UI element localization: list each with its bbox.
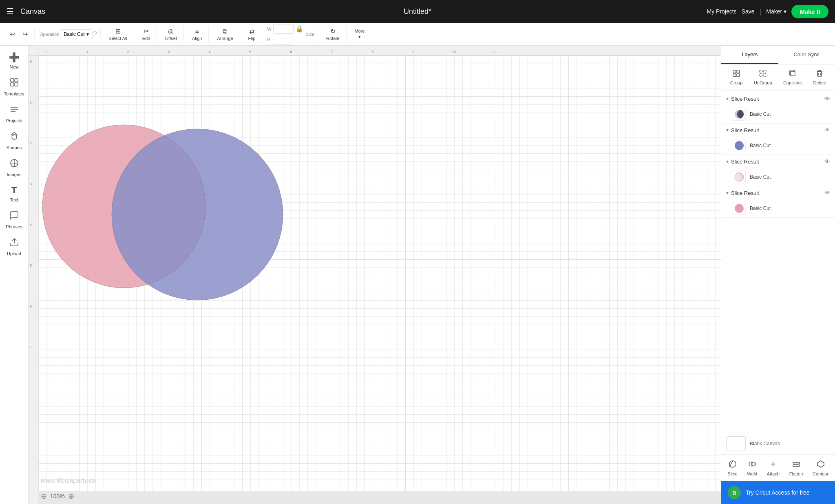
ruler-h-tick-3: 3 xyxy=(168,50,170,54)
hamburger-menu[interactable]: ☰ xyxy=(7,7,14,16)
zoom-controls: ⊖ 100% ⊕ xyxy=(41,492,74,501)
flip-label: Flip xyxy=(248,36,256,41)
svg-rect-16 xyxy=(733,74,736,77)
projects-icon xyxy=(9,104,19,117)
help-icon[interactable]: ? xyxy=(93,31,97,38)
group-icon xyxy=(732,69,740,80)
maker-selector[interactable]: Maker ▾ xyxy=(766,8,786,15)
eye-icon-2[interactable]: 👁 xyxy=(824,158,830,165)
zoom-out-button[interactable]: ⊖ xyxy=(41,492,47,501)
sidebar-item-phrases[interactable]: Phrases xyxy=(2,207,27,232)
rotate-label: Rotate xyxy=(326,36,339,41)
chevron-down-icon: ▾ xyxy=(358,34,361,40)
sidebar-phrases-label: Phrases xyxy=(6,224,22,229)
sidebar-item-text[interactable]: T Text xyxy=(2,182,27,206)
canvas-area[interactable]: 0 1 2 3 4 5 6 7 8 9 10 11 0 1 2 3 4 5 6 … xyxy=(29,46,721,504)
more-button[interactable]: More ▾ xyxy=(351,27,368,41)
layer-item-0[interactable]: Basic Cut xyxy=(721,105,835,123)
make-it-button[interactable]: Make It xyxy=(791,5,828,18)
document-title: Untitled* xyxy=(404,7,431,16)
delete-button[interactable]: Delete xyxy=(810,68,829,87)
slice-group-0: ▾ Slice Result 👁 Basic Cut xyxy=(721,92,835,124)
ruler-h-tick-7: 7 xyxy=(331,50,333,54)
arrange-icon: ⧉ xyxy=(223,28,227,35)
layer-item-3[interactable]: Basic Cut xyxy=(721,199,835,217)
rotate-button[interactable]: ↻ Rotate xyxy=(323,26,342,42)
svg-rect-23 xyxy=(817,71,822,76)
group-button[interactable]: Group xyxy=(727,68,746,87)
duplicate-button[interactable]: Duplicate xyxy=(780,68,805,87)
templates-icon xyxy=(9,77,19,90)
sidebar-images-label: Images xyxy=(7,172,21,177)
duplicate-label: Duplicate xyxy=(783,80,802,85)
sidebar-item-shapes[interactable]: Shapes xyxy=(2,128,27,153)
images-icon xyxy=(9,158,19,170)
weld-button[interactable]: Weld xyxy=(744,458,760,478)
my-projects-link[interactable]: My Projects xyxy=(707,8,737,15)
redo-button[interactable]: ↪ xyxy=(19,29,31,40)
flip-icon: ⇄ xyxy=(249,27,254,35)
chevron-icon-0: ▾ xyxy=(726,96,729,102)
ruler-v-tick-6: 6 xyxy=(30,304,32,308)
sidebar-text-label: Text xyxy=(10,197,18,202)
ruler-v-tick-7: 7 xyxy=(30,345,32,349)
ungroup-button[interactable]: UnGroup xyxy=(751,68,775,87)
edit-button[interactable]: ✂ Edit xyxy=(139,26,153,42)
sidebar-item-upload[interactable]: Upload xyxy=(2,234,27,259)
arrange-button[interactable]: ⧉ Arrange xyxy=(214,26,236,42)
eye-icon-0[interactable]: 👁 xyxy=(824,95,830,102)
slice-header-0[interactable]: ▾ Slice Result 👁 xyxy=(721,92,835,105)
slice-icon xyxy=(728,460,737,471)
sidebar-item-templates[interactable]: Templates xyxy=(2,74,27,99)
ruler-h-tick-0: 0 xyxy=(45,50,47,54)
ruler-horizontal: 0 1 2 3 4 5 6 7 8 9 10 11 xyxy=(38,46,721,55)
ruler-v-tick-1: 1 xyxy=(30,100,32,104)
attach-button[interactable]: Attach xyxy=(764,458,782,478)
layer-item-1[interactable]: Basic Cut xyxy=(721,137,835,155)
operation-select[interactable]: Basic Cut ▾ xyxy=(60,29,92,39)
ungroup-label: UnGroup xyxy=(754,80,772,85)
sidebar-templates-label: Templates xyxy=(4,91,24,96)
ruler-vertical: 0 1 2 3 4 5 6 7 xyxy=(29,55,38,504)
sidebar-projects-label: Projects xyxy=(6,118,22,123)
lock-icon: 🔒 xyxy=(295,25,303,33)
width-input[interactable] xyxy=(273,24,294,34)
save-button[interactable]: Save xyxy=(742,8,755,15)
tab-layers[interactable]: Layers xyxy=(721,46,778,64)
eye-icon-3[interactable]: 👁 xyxy=(824,190,830,196)
undo-button[interactable]: ↩ xyxy=(7,29,18,40)
align-button[interactable]: ≡ Align xyxy=(189,26,205,42)
canvas-label: Canvas xyxy=(20,7,45,16)
height-input[interactable] xyxy=(272,35,292,44)
contour-button[interactable]: Contour xyxy=(810,458,831,478)
ruler-h-tick-4: 4 xyxy=(208,50,210,54)
blank-canvas-label: Blank Canvas xyxy=(750,441,780,447)
select-all-button[interactable]: ⊞ Select All xyxy=(106,26,130,42)
watermark: www.lifeisaparty.ca xyxy=(41,477,96,484)
panel-tabs: Layers Color Sync xyxy=(721,46,835,64)
sidebar-item-projects[interactable]: Projects xyxy=(2,101,27,126)
sidebar-item-new[interactable]: ➕ New xyxy=(2,49,27,73)
offset-label: Offset xyxy=(165,36,177,41)
tab-color-sync[interactable]: Color Sync xyxy=(778,46,835,64)
slice-header-2[interactable]: ▾ Slice Result 👁 xyxy=(721,155,835,168)
undo-icon: ↩ xyxy=(10,30,15,38)
slice-header-1[interactable]: ▾ Slice Result 👁 xyxy=(721,124,835,137)
layer-item-2[interactable]: Basic Cut xyxy=(721,168,835,186)
slice-title-1: Slice Result xyxy=(731,127,824,133)
ungroup-icon xyxy=(759,69,767,80)
offset-button[interactable]: ◎ Offset xyxy=(162,26,180,42)
flatten-button[interactable]: Flatten xyxy=(787,458,806,478)
flip-button[interactable]: ⇄ Flip xyxy=(245,26,259,42)
svg-rect-17 xyxy=(737,74,740,77)
slice-title-2: Slice Result xyxy=(731,159,824,165)
slice-header-3[interactable]: ▾ Slice Result 👁 xyxy=(721,186,835,199)
zoom-in-button[interactable]: ⊕ xyxy=(68,492,74,501)
sidebar-item-images[interactable]: Images xyxy=(2,155,27,180)
slice-button[interactable]: Slice xyxy=(725,458,740,478)
eye-icon-1[interactable]: 👁 xyxy=(824,127,830,133)
chevron-icon-1: ▾ xyxy=(726,127,729,133)
phrases-icon xyxy=(9,210,19,223)
svg-rect-20 xyxy=(760,74,762,77)
cta-banner[interactable]: a Try Cricut Access for free xyxy=(721,481,835,504)
